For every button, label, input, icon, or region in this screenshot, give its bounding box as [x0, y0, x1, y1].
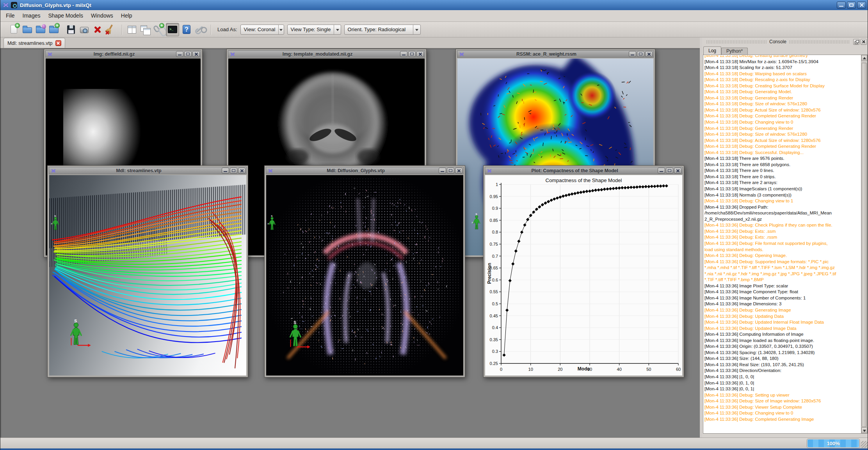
window-streamlines-titlebar[interactable]: Mdl: streamlines.vtp — [49, 167, 247, 174]
window-deffield-titlebar[interactable]: Img: deffield.nii.gz — [45, 50, 201, 58]
delete-icon[interactable] — [92, 24, 103, 35]
svg-text:P: P — [472, 221, 473, 224]
log-line: [Mon-4 11:33:18] Min/Max for z-axis: 1.6… — [704, 59, 861, 65]
console-dock-titlebar[interactable]: Console — [702, 37, 868, 46]
tab-streamlines[interactable]: Mdl: streamlines.vtp — [4, 38, 65, 48]
log-line: [Mon-4 11:33:36] Image loaded as floatin… — [704, 338, 861, 344]
menu-help[interactable]: Help — [117, 10, 136, 21]
log-line: [Mon-4 11:33:36] Direction/Orientation: — [704, 368, 861, 374]
menu-file[interactable]: File — [2, 10, 19, 21]
window-plot-titlebar[interactable]: Plot: Compactness of the Shape Model — [485, 167, 683, 174]
close-button[interactable] — [192, 51, 200, 57]
svg-text:0.7: 0.7 — [492, 254, 498, 259]
maximize-button[interactable] — [637, 51, 644, 57]
window-template-titlebar[interactable]: Img: template_modulated.nii.gz — [228, 50, 425, 58]
window-plot[interactable]: Plot: Compactness of the Shape Model Com… — [483, 165, 684, 377]
minimize-button[interactable] — [400, 51, 407, 57]
svg-text:P: P — [51, 223, 53, 225]
diffusion-glyphs-viewport[interactable]: SPS — [266, 175, 463, 376]
cascade-windows-icon[interactable] — [139, 24, 151, 35]
log-line: [Mon-4 11:33:36] Debug: Opening Image. — [704, 253, 861, 259]
maximize-button[interactable] — [408, 51, 416, 57]
preferences-icon[interactable] — [194, 24, 206, 35]
dock-close-icon[interactable] — [861, 39, 867, 45]
open-collection-icon[interactable]: + — [48, 24, 60, 35]
main-titlebar[interactable]: Diffusion_Glyphs.vtp - milxQt — [0, 0, 868, 10]
plot-point — [662, 184, 665, 187]
plot-point — [559, 195, 562, 198]
streamlines-viewport[interactable]: SPS — [49, 175, 246, 376]
maximize-button[interactable] — [184, 51, 192, 57]
scroll-down-icon[interactable] — [861, 427, 867, 433]
dock-grip-texture — [706, 40, 767, 44]
plot-point — [505, 308, 509, 312]
close-button[interactable] — [857, 2, 866, 9]
close-button[interactable] — [645, 51, 653, 57]
window-diffusion-glyphs-titlebar[interactable]: Mdl: Diffusion_Glyphs.vtp — [266, 167, 464, 174]
window-rssm-titlebar[interactable]: RSSM: ace_R_weight.rssm — [457, 50, 654, 58]
plot-point — [562, 195, 565, 198]
svg-text:1: 1 — [496, 182, 498, 187]
tab-python[interactable]: Python* — [721, 48, 748, 55]
log-line: [Mon-4 11:33:36] Debug: Updating Data — [704, 314, 861, 320]
minimize-button[interactable] — [176, 51, 183, 57]
tile-windows-icon[interactable] — [126, 24, 138, 35]
dock-float-icon[interactable] — [853, 39, 859, 45]
log-line: [Mon-4 11:33:18] Debug: Successful. Disp… — [704, 150, 861, 156]
minimize-button[interactable] — [629, 51, 636, 57]
clear-icon[interactable] — [105, 24, 117, 35]
minimize-button[interactable] — [222, 168, 229, 174]
chevron-down-icon[interactable] — [334, 25, 340, 34]
plot-point — [609, 187, 612, 190]
log-view[interactable]: [Mon-4 11:33:18] Debug: Creating surface… — [703, 55, 868, 434]
tab-log[interactable]: Log — [703, 46, 721, 55]
scroll-up-icon[interactable] — [861, 55, 867, 61]
resize-grip[interactable] — [861, 441, 868, 448]
maximize-button[interactable] — [847, 2, 856, 9]
close-button[interactable] — [674, 168, 681, 174]
mdi-tabbar: Mdl: streamlines.vtp — [0, 37, 700, 48]
milx-logo-icon — [487, 168, 492, 173]
window-streamlines[interactable]: Mdl: streamlines.vtp SPS — [47, 165, 248, 377]
view-combo[interactable]: View: Coronal — [240, 25, 284, 35]
link-windows-icon[interactable]: + — [153, 24, 164, 35]
compactness-plot-viewport[interactable]: Compactness of the Shape Model Precision… — [485, 175, 682, 376]
scrollbar-thumb[interactable] — [862, 63, 867, 427]
screenshot-icon[interactable] — [78, 24, 90, 35]
plot-point — [523, 223, 526, 227]
close-button[interactable] — [238, 168, 245, 174]
close-button[interactable] — [455, 168, 462, 174]
minimize-button[interactable] — [658, 168, 665, 174]
maximize-button[interactable] — [666, 168, 673, 174]
orient-type-combo[interactable]: Orient. Type: Radiological — [344, 25, 421, 35]
view-type-combo[interactable]: View Type: Single — [287, 25, 341, 35]
chevron-down-icon[interactable] — [413, 25, 420, 34]
window-diffusion-glyphs[interactable]: Mdl: Diffusion_Glyphs.vtp — [264, 165, 465, 377]
minimize-button[interactable] — [837, 2, 846, 9]
plot-point — [567, 193, 571, 196]
chevron-down-icon[interactable] — [278, 25, 283, 34]
plot-point — [656, 184, 659, 188]
maximize-button[interactable] — [230, 168, 237, 174]
log-scrollbar[interactable] — [861, 55, 867, 433]
progress-bar: 100% — [807, 439, 860, 448]
menu-windows[interactable]: Windows — [87, 10, 117, 21]
maximize-button[interactable] — [447, 168, 454, 174]
help-icon[interactable] — [181, 24, 192, 35]
console-toggle-button[interactable] — [166, 23, 179, 36]
log-line: [Mon-4 11:33:36] Computing Information o… — [704, 331, 861, 338]
svg-text:S: S — [475, 213, 477, 216]
tab-close-icon[interactable] — [55, 40, 61, 46]
menu-shape-models[interactable]: Shape Models — [44, 10, 87, 21]
plot-point — [520, 230, 523, 234]
close-button[interactable] — [416, 51, 424, 57]
open-file-icon[interactable] — [21, 24, 33, 35]
log-line: [Mon-4 11:33:18] Debug: Changing view to… — [704, 119, 861, 126]
minimize-button[interactable] — [439, 168, 446, 174]
menu-images[interactable]: Images — [19, 10, 44, 21]
save-icon[interactable] — [65, 24, 77, 35]
open-image-icon[interactable] — [35, 24, 46, 35]
log-line: [Mon-4 11:33:18] Debug: Size of window: … — [704, 131, 861, 138]
new-model-icon[interactable]: + — [8, 24, 20, 35]
x-axis-label: Mode — [485, 366, 682, 372]
